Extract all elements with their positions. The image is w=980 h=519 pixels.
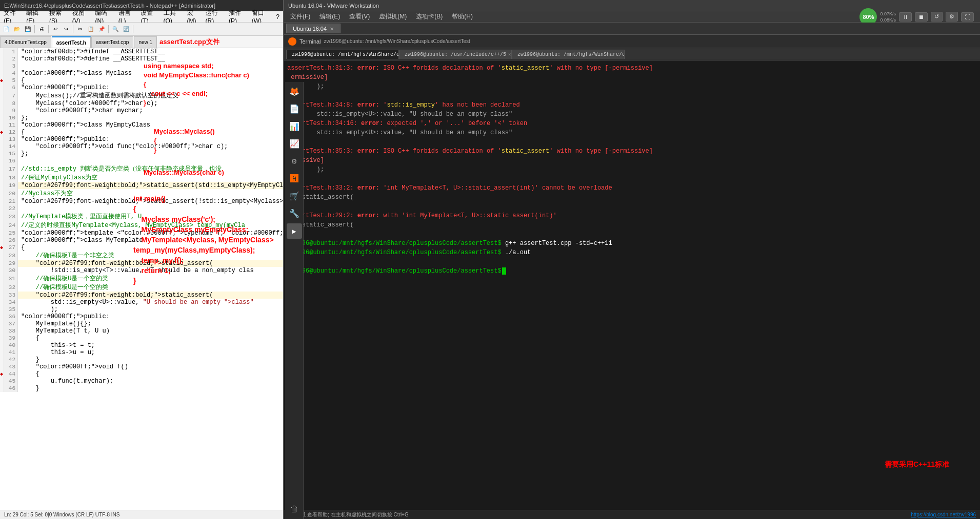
line-number: 2: [4, 55, 18, 63]
vm-control-settings[interactable]: ⚙: [946, 12, 958, 22]
code-content: "color:#0000ff;">class MyEmptyClass: [18, 121, 283, 129]
vmware-menu-help[interactable]: 帮助(H): [448, 11, 477, 22]
line-number: 34: [4, 299, 18, 306]
code-content: Myclass();//重写构造函数则需将默认空的也定义: [18, 91, 283, 100]
menu-help[interactable]: ?: [273, 12, 282, 22]
status-bar-link[interactable]: https://blog.csdn.net/zw1996: [911, 512, 976, 517]
toolbar-find[interactable]: 🔍: [110, 24, 121, 34]
terminal-tab-3[interactable]: zw1996@ubuntu: /mnt/hgfs/WinShare/cplusp…: [512, 50, 625, 59]
sidebar-icon-7[interactable]: 🛒: [287, 189, 302, 204]
sidebar-icon-2[interactable]: 📄: [287, 101, 302, 117]
status-bar-text: 请按 F1 查看帮助; 在主机和虚拟机之间切换按 Ctrl+G: [288, 511, 409, 518]
vmware-statusbar: 请按 F1 查看帮助; 在主机和虚拟机之间切换按 Ctrl+G https://…: [284, 510, 980, 519]
line-number: 8: [4, 100, 18, 107]
sidebar-icon-6[interactable]: 🅰: [287, 171, 302, 186]
toolbar-cut[interactable]: ✂: [75, 24, 85, 34]
code-content: "color:#267f99;font-weight:bold;">static…: [18, 198, 283, 205]
cpp11-annotation: 需要采用C++11标准: [885, 460, 949, 469]
line-marker: ◆: [0, 77, 4, 84]
status-text: Ln: 29 Col: 5 Sel: 0|0 Windows (CR LF) U…: [4, 512, 119, 517]
line-number: 31: [4, 274, 18, 283]
code-editor[interactable]: 1"color:#af00db;">#ifndef __ASSERTTEST__…: [0, 48, 283, 510]
line-number: 45: [4, 378, 18, 385]
code-content: [18, 63, 283, 70]
code-content: [18, 157, 283, 164]
notepad-panel: E:\WinShare16.4\cplusplusCode\assertTest…: [0, 0, 284, 519]
sidebar-icon-1[interactable]: 🦊: [287, 84, 302, 99]
vmware-menu-tabs[interactable]: 选项卡(B): [412, 11, 447, 22]
line-number: 27: [4, 244, 18, 251]
vmware-menu-view[interactable]: 查看(V): [345, 11, 374, 22]
notepad-statusbar: Ln: 29 Col: 5 Sel: 0|0 Windows (CR LF) U…: [0, 510, 283, 519]
line-number: 26: [4, 237, 18, 244]
vm-control-restart[interactable]: ↺: [931, 12, 943, 22]
sidebar-icon-8[interactable]: 🔧: [287, 206, 302, 221]
vm-control-pause[interactable]: ⏸: [899, 12, 912, 22]
line-number: 19: [4, 182, 18, 189]
terminal-title: Terminal: [299, 38, 321, 45]
toolbar-print[interactable]: 🖨: [36, 24, 47, 34]
line-number: 14: [4, 143, 18, 150]
sidebar-icon-4[interactable]: 📈: [287, 136, 302, 152]
code-content: }: [18, 356, 283, 363]
tab-annotation-label: assertTest.cpp文件: [157, 36, 222, 48]
sidebar-icon-terminal[interactable]: ▶: [287, 223, 302, 239]
line-number: 33: [4, 292, 18, 299]
code-content: {: [18, 335, 283, 342]
sidebar-icon-5[interactable]: ⚙: [287, 154, 302, 169]
vm-control-stop[interactable]: ⏹: [915, 12, 928, 22]
toolbar-redo[interactable]: ↪: [61, 24, 71, 34]
vmware-menu-file[interactable]: 文件(F): [286, 11, 314, 22]
toolbar-new[interactable]: 📄: [1, 24, 11, 34]
code-content: {: [18, 129, 283, 136]
toolbar-undo[interactable]: ↩: [50, 24, 61, 34]
tab-asserth[interactable]: assertTest.h: [52, 36, 91, 48]
line-number: 35: [4, 306, 18, 313]
code-content: MyTemplate(T t, U u): [18, 327, 283, 335]
term-line-caret-5: ^: [287, 230, 977, 239]
term-line-12: static_assert(: [287, 220, 977, 230]
terminal-tab-1[interactable]: zw1996@ubuntu: /mnt/hgfs/WinShare/cplusp…: [286, 50, 399, 59]
line-number: 46: [4, 385, 18, 392]
tab-assertcpp[interactable]: assertTest.cpp: [91, 36, 133, 48]
toolbar-copy[interactable]: 📋: [86, 24, 96, 34]
toolbar-save[interactable]: 💾: [23, 24, 33, 34]
line-number: 7: [4, 91, 18, 100]
vm-control-fullscreen[interactable]: ⛶: [961, 12, 974, 22]
sidebar-icon-trash[interactable]: 🗑: [287, 502, 302, 510]
code-content: [18, 205, 283, 212]
vmware-menu-vm[interactable]: 虚拟机(M): [375, 11, 411, 22]
vmware-menu-edit[interactable]: 编辑(E): [315, 11, 344, 22]
term-line-9: assertTest.h:33:2: error: 'int MyTemplat…: [287, 183, 977, 193]
code-content: );: [18, 306, 283, 313]
term-prompt-1: zw1996@ubuntu:/mnt/hgfs/WinShare/cpluspl…: [287, 239, 977, 248]
code-content: //std::is_empty 判断类是否为空类（没有任何非静态成员变量，也没: [18, 164, 283, 173]
tab-new1[interactable]: new 1: [134, 36, 157, 48]
code-content: "color:#0000ff;">void f(): [18, 363, 283, 370]
toolbar-open[interactable]: 📂: [12, 24, 22, 34]
term-line-10: static_assert(: [287, 193, 977, 202]
line-number: 28: [4, 251, 18, 260]
line-number: 6: [4, 84, 18, 91]
terminal-output[interactable]: assertTest.h:31:3: error: ISO C++ forbid…: [284, 60, 980, 510]
line-marker: ◆: [0, 370, 4, 378]
code-content: };: [18, 114, 283, 121]
code-content: "color:#267f99;font-weight:bold;">static…: [18, 292, 283, 299]
code-content: "color:#0000ff;">char mychar;: [18, 107, 283, 114]
term-line-2: ermissive]: [287, 73, 977, 82]
toolbar-replace[interactable]: 🔄: [121, 24, 131, 34]
tab-enum[interactable]: 4.08enumTest.cpp: [0, 36, 51, 48]
vm-tab-close[interactable]: ✕: [330, 26, 334, 32]
speed-up: 0.07K/s: [880, 11, 896, 17]
code-content: MyTemplate(){};: [18, 320, 283, 327]
line-number: 3: [4, 63, 18, 70]
line-number: 20: [4, 189, 18, 198]
term-tab-2-close[interactable]: ✕: [508, 52, 511, 57]
toolbar-paste[interactable]: 📌: [96, 24, 107, 34]
code-content: this->u = u;: [18, 349, 283, 356]
line-number: 32: [4, 283, 18, 292]
vm-tab-ubuntu[interactable]: Ubuntu 16.04 ✕: [286, 24, 341, 33]
sidebar-icon-3[interactable]: 📊: [287, 119, 302, 134]
terminal-tab-2[interactable]: zw1996@ubuntu: /usr/include/c++/5 ✕: [399, 50, 512, 59]
term-line-3: assertTest.h:34:8: error: 'std::is_empty…: [287, 100, 977, 110]
